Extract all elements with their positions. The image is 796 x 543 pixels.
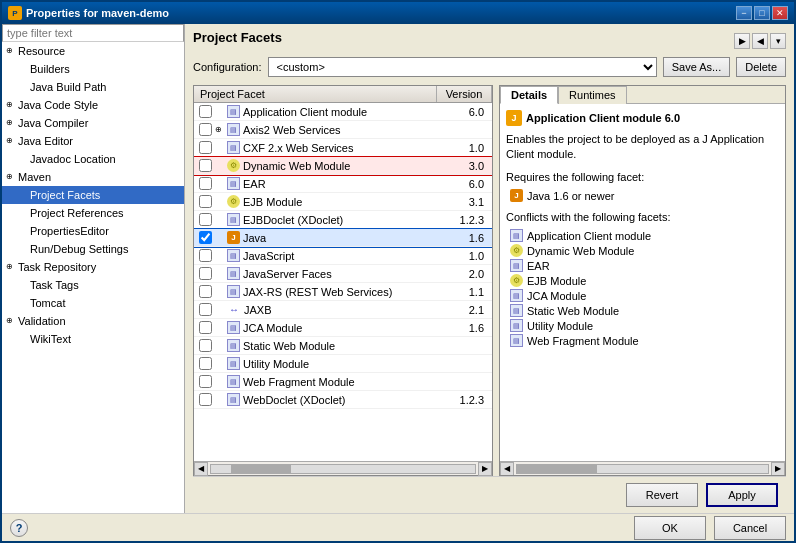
tab-details[interactable]: Details (500, 86, 558, 104)
facet-icon-gear: ⚙ (227, 159, 240, 172)
table-row[interactable]: ▤ JAX-RS (REST Web Services) 1.1 (194, 283, 492, 301)
facet-checkbox[interactable] (199, 159, 212, 172)
table-row[interactable]: ⊕ ▤ Axis2 Web Services (194, 121, 492, 139)
table-row[interactable]: ▤ JCA Module 1.6 (194, 319, 492, 337)
sidebar-item-wikitext[interactable]: WikiText (2, 330, 184, 348)
sidebar-item-java-code-style[interactable]: ⊕ Java Code Style (2, 96, 184, 114)
facet-checkbox[interactable] (199, 267, 212, 280)
table-row[interactable]: ▤ EAR 6.0 (194, 175, 492, 193)
facet-label: JCA Module (527, 290, 586, 302)
minimize-button[interactable]: − (736, 6, 752, 20)
sidebar-item-javadoc-location[interactable]: Javadoc Location (2, 150, 184, 168)
ok-button[interactable]: OK (634, 516, 706, 540)
facet-icon-page: ▤ (510, 259, 523, 272)
maximize-button[interactable]: □ (754, 6, 770, 20)
facet-version: 1.0 (435, 142, 490, 154)
table-row[interactable]: ⚙ EJB Module 3.1 (194, 193, 492, 211)
sidebar-item-task-tags[interactable]: Task Tags (2, 276, 184, 294)
facet-icon-page: ▤ (227, 357, 240, 370)
config-select[interactable]: <custom> (268, 57, 657, 77)
facet-checkbox[interactable] (199, 195, 212, 208)
facet-checkbox[interactable] (199, 213, 212, 226)
table-row-java[interactable]: J Java 1.6 (194, 229, 492, 247)
facet-checkbox[interactable] (199, 177, 212, 190)
facet-icon-page: ▤ (227, 267, 240, 280)
cancel-button[interactable]: Cancel (714, 516, 786, 540)
config-label: Configuration: (193, 61, 262, 73)
save-as-button[interactable]: Save As... (663, 57, 731, 77)
table-row[interactable]: ▤ Application Client module 6.0 (194, 103, 492, 121)
list-item: ⚙ EJB Module (506, 274, 779, 287)
facet-checkbox[interactable] (199, 303, 212, 316)
scroll-left-arrow[interactable]: ◀ (194, 462, 208, 476)
facet-label: Web Fragment Module (527, 335, 639, 347)
facet-icon-arrow: ↔ (227, 303, 241, 317)
facet-checkbox[interactable] (199, 141, 212, 154)
facet-checkbox[interactable] (199, 285, 212, 298)
list-item: ▤ EAR (506, 259, 779, 272)
scroll-right-arrow[interactable]: ▶ (478, 462, 492, 476)
facet-checkbox-java[interactable] (199, 231, 212, 244)
nav-menu-button[interactable]: ▾ (770, 33, 786, 49)
table-row[interactable]: ▤ WebDoclet (XDoclet) 1.2.3 (194, 391, 492, 409)
apply-button[interactable]: Apply (706, 483, 778, 507)
table-row[interactable]: ↔ JAXB 2.1 (194, 301, 492, 319)
facet-version: 1.6 (435, 232, 490, 244)
sidebar-item-properties-editor[interactable]: PropertiesEditor (2, 222, 184, 240)
sidebar-item-maven[interactable]: ⊕ Maven (2, 168, 184, 186)
facet-label: Static Web Module (527, 305, 619, 317)
table-row[interactable]: ▤ Utility Module (194, 355, 492, 373)
sidebar-item-resource[interactable]: ⊕ Resource (2, 42, 184, 60)
sidebar-item-tomcat[interactable]: Tomcat (2, 294, 184, 312)
sidebar-item-task-repository[interactable]: ⊕ Task Repository (2, 258, 184, 276)
scroll-left-arrow[interactable]: ◀ (500, 462, 514, 476)
table-row[interactable]: ▤ Static Web Module (194, 337, 492, 355)
revert-button[interactable]: Revert (626, 483, 698, 507)
sidebar-item-java-editor[interactable]: ⊕ Java Editor (2, 132, 184, 150)
facet-icon-page: ▤ (510, 319, 523, 332)
table-header: Project Facet Version (194, 86, 492, 103)
facet-checkbox[interactable] (199, 123, 212, 136)
nav-back-button[interactable]: ◀ (752, 33, 768, 49)
hscroll-thumb[interactable] (231, 465, 291, 473)
scroll-right-arrow[interactable]: ▶ (771, 462, 785, 476)
help-button[interactable]: ? (10, 519, 28, 537)
facet-checkbox[interactable] (199, 357, 212, 370)
sidebar-item-run-debug[interactable]: Run/Debug Settings (2, 240, 184, 258)
hscroll-track[interactable] (210, 464, 476, 474)
tab-runtimes[interactable]: Runtimes (558, 86, 626, 104)
table-row[interactable]: ▤ JavaScript 1.0 (194, 247, 492, 265)
close-button[interactable]: ✕ (772, 6, 788, 20)
facet-checkbox[interactable] (199, 249, 212, 262)
facet-checkbox[interactable] (199, 393, 212, 406)
nav-forward-button[interactable]: ▶ (734, 33, 750, 49)
sidebar-item-validation[interactable]: ⊕ Validation (2, 312, 184, 330)
table-row[interactable]: ▤ EJBDoclet (XDoclet) 1.2.3 (194, 211, 492, 229)
facet-checkbox[interactable] (199, 339, 212, 352)
facet-label: EJB Module (527, 275, 586, 287)
horizontal-scrollbar[interactable]: ◀ ▶ (194, 461, 492, 475)
facet-icon-page: ▤ (227, 321, 240, 334)
sidebar-item-java-compiler[interactable]: ⊕ Java Compiler (2, 114, 184, 132)
facet-icon-page: ▤ (227, 123, 240, 136)
hscroll-thumb[interactable] (517, 465, 597, 473)
filter-input[interactable] (2, 24, 184, 42)
facet-name: Dynamic Web Module (243, 160, 435, 172)
delete-button[interactable]: Delete (736, 57, 786, 77)
sidebar-item-builders[interactable]: Builders (2, 60, 184, 78)
sidebar-item-project-references[interactable]: Project References (2, 204, 184, 222)
facet-name: JCA Module (243, 322, 435, 334)
facet-icon-page: ▤ (227, 393, 240, 406)
sidebar-item-project-facets[interactable]: Project Facets (2, 186, 184, 204)
table-row[interactable]: ▤ Web Fragment Module (194, 373, 492, 391)
table-row-dynamic-web[interactable]: ⚙ Dynamic Web Module 3.0 (194, 157, 492, 175)
details-description: Enables the project to be deployed as a … (506, 132, 779, 162)
facet-checkbox[interactable] (199, 375, 212, 388)
facet-checkbox[interactable] (199, 321, 212, 334)
details-horizontal-scrollbar[interactable]: ◀ ▶ (500, 461, 785, 475)
sidebar-item-java-build-path[interactable]: Java Build Path (2, 78, 184, 96)
hscroll-track[interactable] (516, 464, 769, 474)
table-row[interactable]: ▤ CXF 2.x Web Services 1.0 (194, 139, 492, 157)
facet-checkbox[interactable] (199, 105, 212, 118)
table-row[interactable]: ▤ JavaServer Faces 2.0 (194, 265, 492, 283)
